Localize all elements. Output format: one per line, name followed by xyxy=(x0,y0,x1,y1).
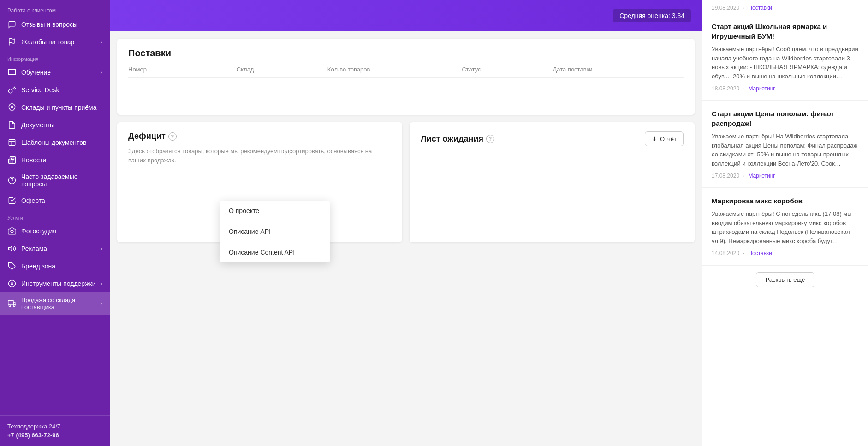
sidebar-item-training-label: Обучение xyxy=(21,69,51,76)
sidebar-item-complaints-label: Жалобы на товар xyxy=(21,38,74,46)
sidebar-item-tools-label: Инструменты поддержки xyxy=(21,280,95,287)
dropdown-item-content-api[interactable]: Описание Content API xyxy=(220,242,330,262)
svg-rect-2 xyxy=(9,139,15,146)
center-content: Средняя оценка: 3.34 Поставки Номер Скла… xyxy=(110,0,702,446)
sidebar-item-reviews-label: Отзывы и вопросы xyxy=(21,21,77,28)
sidebar-item-offer-label: Оферта xyxy=(21,197,45,204)
tools-arrow-icon: › xyxy=(101,280,102,287)
sidebar-item-warehouses-label: Склады и пункты приёма xyxy=(21,104,97,111)
svg-point-10 xyxy=(9,280,16,287)
news-1-text: Уважаемые партнёры! Сообщаем, что в пред… xyxy=(712,45,859,81)
sidebar-item-news[interactable]: Новости xyxy=(0,151,110,169)
sidebar-item-brand[interactable]: Бренд зона xyxy=(0,257,110,275)
supplies-table-body xyxy=(128,78,684,106)
news-1-date: 18.08.2020 xyxy=(712,85,739,92)
deficit-help-icon[interactable]: ? xyxy=(168,132,177,141)
sidebar-item-servicedesk[interactable]: Service Desk xyxy=(0,81,110,99)
supplier-arrow-icon: › xyxy=(101,300,102,307)
main-area: Средняя оценка: 3.34 Поставки Номер Скла… xyxy=(110,0,868,446)
sidebar-footer: Техподдержка 24/7 +7 (495) 663-72-96 xyxy=(0,415,110,446)
dropdown-item-about[interactable]: О проекте xyxy=(220,201,330,221)
pin-icon xyxy=(7,103,17,112)
col-qty: Кол-во товаров xyxy=(327,66,458,73)
news-1-tag-top: Поставки xyxy=(748,5,772,11)
supplies-section: Поставки Номер Склад Кол-во товаров Стат… xyxy=(117,39,695,115)
news-1-meta: 18.08.2020 · Маркетинг xyxy=(712,85,859,92)
sidebar-item-photo-label: Фотостудия xyxy=(21,227,56,235)
sidebar-item-ads-label: Реклама xyxy=(21,245,47,252)
news-3-tag: Поставки xyxy=(748,250,772,256)
sidebar-item-tools[interactable]: Инструменты поддержки › xyxy=(0,275,110,292)
news-3-text: Уважаемые партнёры! С понедельника (17.0… xyxy=(712,209,859,245)
news-item-2[interactable]: Старт акции Цены пополам: финал распрода… xyxy=(702,101,868,188)
svg-point-14 xyxy=(9,305,11,307)
sidebar-section-services-label: Услуги xyxy=(0,209,110,222)
report-btn-label: Отчёт xyxy=(660,136,677,143)
sidebar-item-training[interactable]: Обучение › xyxy=(0,64,110,81)
supplies-table-header: Номер Склад Кол-во товаров Статус Дата п… xyxy=(128,66,684,78)
news-3-title: Маркировка микс коробов xyxy=(712,196,859,206)
sidebar-item-documents[interactable]: Документы xyxy=(0,116,110,134)
banner-rating: Средняя оценка: 3.34 xyxy=(613,9,691,22)
svg-point-7 xyxy=(11,230,13,233)
col-date: Дата поставки xyxy=(553,66,684,73)
sidebar-item-photo[interactable]: Фотостудия xyxy=(0,222,110,240)
sidebar-item-news-label: Новости xyxy=(21,156,46,164)
news-1-tag: Маркетинг xyxy=(748,85,775,92)
supplies-title: Поставки xyxy=(128,48,684,59)
template-icon xyxy=(7,138,17,147)
col-warehouse: Склад xyxy=(237,66,324,73)
dropdown-menu: О проекте Описание API Описание Content … xyxy=(220,201,330,262)
svg-point-1 xyxy=(11,106,13,108)
sidebar: Работа с клиентом Отзывы и вопросы Жалоб… xyxy=(0,0,110,446)
news-item-1[interactable]: Старт акций Школьная ярмарка и Игрушечны… xyxy=(702,13,868,101)
expand-button[interactable]: Раскрыть ещё xyxy=(756,272,815,287)
col-status: Статус xyxy=(462,66,549,73)
expand-btn-wrapper: Раскрыть ещё xyxy=(702,265,868,294)
news-2-meta: 17.08.2020 · Маркетинг xyxy=(712,172,859,179)
report-button[interactable]: ⬇ Отчёт xyxy=(645,131,684,146)
news-panel: 19.08.2020 · Поставки Старт акций Школьн… xyxy=(702,0,868,446)
news-icon xyxy=(7,155,17,165)
banner: Средняя оценка: 3.34 xyxy=(110,0,702,31)
news-3-meta: 14.08.2020 · Поставки xyxy=(712,250,859,256)
sidebar-item-ads[interactable]: Реклама › xyxy=(0,240,110,257)
dropdown-item-api[interactable]: Описание API xyxy=(220,221,330,242)
sidebar-item-supplier-label: Продажа со склада поставщика xyxy=(21,297,96,310)
news-date-top-1: 19.08.2020 · Поставки xyxy=(702,0,868,13)
news-2-tag: Маркетинг xyxy=(748,172,775,179)
sidebar-item-supplier[interactable]: Продажа со склада поставщика › xyxy=(0,292,110,315)
offer-icon xyxy=(7,196,17,205)
ads-arrow-icon: › xyxy=(101,245,102,252)
key-icon xyxy=(7,85,17,95)
deficit-title-wrapper: Дефицит ? xyxy=(128,131,177,141)
sidebar-item-faq[interactable]: Часто задаваемые вопросы xyxy=(0,169,110,192)
news-item-3[interactable]: Маркировка микс коробов Уважаемые партнё… xyxy=(702,188,868,265)
news-2-date: 17.08.2020 xyxy=(712,172,739,179)
sidebar-item-warehouses[interactable]: Склады и пункты приёма xyxy=(0,99,110,116)
sidebar-item-complaints[interactable]: Жалобы на товар › xyxy=(0,33,110,51)
training-arrow-icon: › xyxy=(101,69,102,76)
news-2-text: Уважаемые партнёры! На Wildberries старт… xyxy=(712,132,859,168)
support-label: Техподдержка 24/7 xyxy=(7,423,102,430)
support-phone[interactable]: +7 (495) 663-72-96 xyxy=(7,432,102,439)
sidebar-item-offer[interactable]: Оферта xyxy=(0,192,110,209)
download-icon: ⬇ xyxy=(652,135,657,143)
ads-icon xyxy=(7,244,17,253)
sidebar-section-info-label: Информация xyxy=(0,51,110,64)
news-2-title: Старт акции Цены пополам: финал распрода… xyxy=(712,109,859,128)
sidebar-item-templates[interactable]: Шаблоны документов xyxy=(0,134,110,151)
sidebar-item-reviews[interactable]: Отзывы и вопросы xyxy=(0,16,110,33)
deficit-title: Дефицит xyxy=(128,131,166,141)
svg-point-15 xyxy=(13,305,15,307)
deficit-header: Дефицит ? xyxy=(128,131,391,141)
sidebar-item-servicedesk-label: Service Desk xyxy=(21,86,59,94)
waitlist-title-wrapper: Лист ожидания ? xyxy=(421,134,494,144)
deficit-description: Здесь отобразятся товары, которые мы рек… xyxy=(128,147,391,165)
waitlist-help-icon[interactable]: ? xyxy=(486,135,494,143)
truck-icon xyxy=(7,299,17,308)
sidebar-item-faq-label: Часто задаваемые вопросы xyxy=(21,173,102,188)
svg-rect-12 xyxy=(8,300,13,305)
doc-icon xyxy=(7,120,17,130)
news-3-date: 14.08.2020 xyxy=(712,250,739,256)
